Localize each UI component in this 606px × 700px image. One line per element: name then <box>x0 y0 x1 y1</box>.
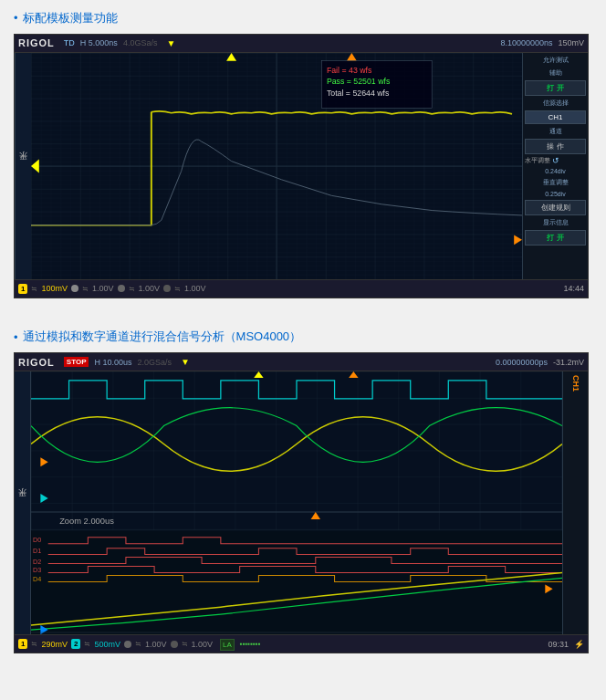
usb-icon: ⚡ <box>574 640 584 649</box>
scope1-display: RIGOL TD H 5.000ns 4.0GSa/s ▼ 8.10000000… <box>14 34 589 298</box>
ch2-volt: 1.00V <box>92 284 114 293</box>
scope2-right-panel: CH1 <box>562 371 588 634</box>
la-channel-indicators: ▪▪▪▪▪▪▪▪ <box>240 640 261 648</box>
scope2-left-top: 水平 <box>15 371 30 634</box>
section2-link-text: 通过模拟和数字通道进行混合信号分析（MSO4000） <box>23 329 302 345</box>
scope1-main: 水平 <box>15 53 588 279</box>
svg-text:D2: D2 <box>33 559 41 566</box>
svg-rect-23 <box>31 530 562 634</box>
scope1-timestamp: 14:44 <box>563 284 584 293</box>
scope1-mode: TD <box>64 38 75 47</box>
scope2-ch3-volt: 1.00V <box>145 640 167 649</box>
scope2-ch2-volt: 500mV <box>94 640 120 649</box>
scope2-left-panel: 水平 <box>15 371 31 634</box>
scope2-ch4-volt: 1.00V <box>192 640 214 649</box>
scope1-right-panel: 允许测试 辅助 打 开 信源选择 CH1 通道 操 作 水平调整 ↺ 0.24d… <box>522 53 588 279</box>
scope2-timebase: H 10.00us <box>94 358 131 367</box>
scope2-center: Zoom 2.000us D0 D1 D2 <box>31 371 562 634</box>
ch2-dot <box>71 285 78 292</box>
svg-text:D3: D3 <box>33 568 41 575</box>
scope2-footer: 1 ≒ 290mV 2 ≒ 500mV ≒ 1.00V ≒ 1.00V LA ▪… <box>15 634 588 653</box>
trigger-arrow-1: ▼ <box>166 38 175 48</box>
scope2-timestamp: 09:31 <box>548 640 569 649</box>
ch1-indicator: 1 <box>18 284 27 294</box>
svg-text:Pass = 52501 wfs: Pass = 52501 wfs <box>327 77 391 86</box>
svg-text:Fail = 43 wfs: Fail = 43 wfs <box>327 65 372 74</box>
scope1-trigger-time: 8.10000000ns <box>500 38 552 47</box>
scope1-grid: Fail = 43 wfs Pass = 52501 wfs Total = 5… <box>31 53 522 279</box>
section2-link[interactable]: 通过模拟和数字通道进行混合信号分析（MSO4000） <box>14 329 301 345</box>
oscilloscope-2: RIGOL STOP H 10.00us 2.0GSa/s ▼ 0.000000… <box>14 352 589 653</box>
scope2-body: 水平 <box>15 371 588 634</box>
scope1-footer: 1 ≒ 100mV ≒ 1.00V ≒ 1.00V ≒ 1.00V 14:44 <box>15 279 588 298</box>
scope2-ch4-dot <box>171 641 178 648</box>
svg-text:D1: D1 <box>33 548 41 555</box>
section1-link-text: 标配模板测量功能 <box>23 10 118 26</box>
scope1-btn7-label: 显示信息 <box>525 217 586 228</box>
scope1-left-label: 水平 <box>15 53 31 279</box>
scope1-btn2-label: 信源选择 <box>525 98 586 109</box>
svg-text:D0: D0 <box>33 537 41 544</box>
scope1-btn3-label: 通道 <box>525 126 586 137</box>
svg-text:Zoom 2.000us: Zoom 2.000us <box>59 517 114 526</box>
scope2-trigger-time: 0.00000000ps <box>496 358 548 367</box>
scope1-v-adjust: 0.25div <box>525 190 586 198</box>
la-badge: LA <box>220 640 235 649</box>
ch4-dot <box>163 285 171 292</box>
scope1-btn1-label: 允许测试 <box>525 55 586 66</box>
scope1-btn4-label: 水平调整 <box>525 156 550 165</box>
scope1-btn5-label: 垂直调整 <box>525 177 586 188</box>
ch3-dot <box>118 285 125 292</box>
scope2-display: RIGOL STOP H 10.00us 2.0GSa/s ▼ 0.000000… <box>14 352 589 653</box>
scope2-sample: 2.0GSa/s <box>138 358 172 367</box>
scope1-h-adjust: 0.24div <box>525 167 586 175</box>
rigol-logo-1: RIGOL <box>18 37 55 48</box>
ch3-volt: 1.00V <box>139 284 161 293</box>
scope2-ch1-indicator: 1 <box>18 639 27 649</box>
trigger-arrow-2: ▼ <box>181 357 190 367</box>
scope1-btn6[interactable]: 创建规则 <box>525 200 586 215</box>
section1-link[interactable]: 标配模板测量功能 <box>14 10 118 26</box>
rigol-logo-2: RIGOL <box>18 357 55 368</box>
scope2-header: RIGOL STOP H 10.00us 2.0GSa/s ▼ 0.000000… <box>15 353 588 371</box>
scope1-header: RIGOL TD H 5.000ns 4.0GSa/s ▼ 8.10000000… <box>15 35 588 53</box>
svg-text:Total = 52644 wfs: Total = 52644 wfs <box>327 89 390 98</box>
scope1-btn1[interactable]: 打 开 <box>525 80 586 96</box>
scope2-status: STOP <box>64 357 89 367</box>
scope2-waveform-svg: Zoom 2.000us D0 D1 D2 <box>31 371 562 634</box>
scope1-btn1-sub: 辅助 <box>525 68 586 78</box>
scope1-btn2[interactable]: CH1 <box>525 110 586 124</box>
ch4-volt: 1.00V <box>184 284 206 293</box>
scope2-volt: -31.2mV <box>553 358 584 367</box>
scope2-ch1-volt: 290mV <box>41 640 68 649</box>
svg-text:D4: D4 <box>33 577 41 584</box>
oscilloscope-1: RIGOL TD H 5.000ns 4.0GSa/s ▼ 8.10000000… <box>14 34 589 298</box>
scope1-volt-scale: 150mV <box>558 38 584 47</box>
scope1-grid-svg: Fail = 43 wfs Pass = 52501 wfs Total = 5… <box>31 53 522 279</box>
rotate-icon: ↺ <box>552 156 559 165</box>
scope1-timebase: H 5.000ns <box>80 38 118 47</box>
scope2-ch2-indicator: 2 <box>71 639 80 649</box>
scope1-btn7[interactable]: 打 开 <box>525 230 586 246</box>
scope2-ch3-dot <box>124 641 131 648</box>
scope1-btn3[interactable]: 操 作 <box>525 139 586 154</box>
scope1-sample-rate: 4.0GSa/s <box>123 38 158 47</box>
ch1-volt: 100mV <box>41 284 68 293</box>
scope2-ch1-badge: CH1 <box>571 375 580 392</box>
